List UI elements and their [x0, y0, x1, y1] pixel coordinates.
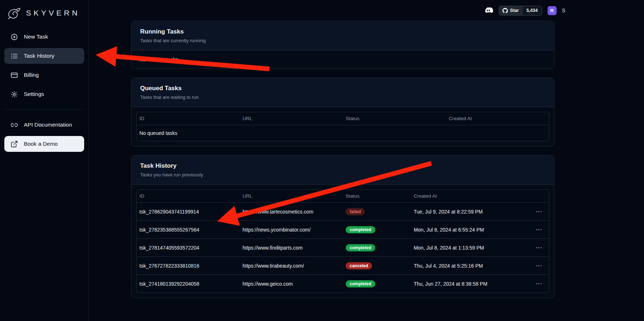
- task-id-cell: tsk_278147405593572204: [137, 239, 240, 257]
- book-a-demo-button[interactable]: Book a Demo: [4, 136, 84, 152]
- table-header-row: ID URL Status Created At: [137, 112, 549, 125]
- card-title: Running Tasks: [140, 28, 545, 35]
- queued-tasks-card: Queued Tasks Tasks that are waiting to r…: [131, 78, 554, 146]
- task-created-cell: Tue, Jul 9, 2024 at 8:22:59 PM: [411, 203, 528, 221]
- column-header-created-at: Created At: [446, 112, 549, 125]
- card-subtitle: Tasks that are waiting to run: [140, 94, 545, 100]
- sidebar-item-label: New Task: [24, 34, 48, 40]
- task-status-cell: failed: [343, 203, 411, 221]
- row-actions-button[interactable]: ⋯: [534, 262, 543, 269]
- main-area: Star 5,434 R S Running Tasks Tasks that …: [89, 0, 644, 321]
- task-id-cell: tsk_278235388555267564: [137, 221, 240, 239]
- card-title: Task History: [140, 162, 545, 170]
- status-badge: failed: [346, 208, 365, 215]
- running-tasks-header: Running Tasks Tasks that are currently r…: [131, 21, 554, 50]
- card-subtitle: Tasks that are currently running: [140, 38, 545, 43]
- task-id-cell: tsk_276727822333810816: [137, 257, 240, 275]
- user-avatar[interactable]: R: [548, 6, 557, 15]
- status-badge: completed: [346, 226, 375, 233]
- app-root: SKYVERN New Task Task History Billing Se…: [0, 0, 644, 321]
- task-history-content: ID URL Status Created At tsk_27862904374…: [131, 185, 554, 298]
- task-url-cell: https://www.geico.com: [240, 275, 343, 293]
- sidebar-item-new-task[interactable]: New Task: [4, 29, 84, 45]
- cutoff-label: S: [562, 8, 565, 13]
- table-row[interactable]: tsk_274180139292204058 https://www.geico…: [137, 275, 549, 293]
- table-row: No queued tasks: [137, 125, 549, 141]
- column-header-id: ID: [137, 190, 240, 203]
- external-link-icon: [10, 140, 18, 148]
- sidebar-item-task-history[interactable]: Task History: [4, 48, 84, 64]
- column-header-id: ID: [137, 112, 240, 125]
- table-row[interactable]: tsk_278147405593572204 https://www.findi…: [137, 239, 549, 257]
- content: Running Tasks Tasks that are currently r…: [131, 21, 554, 298]
- task-actions-cell: ⋯: [528, 221, 549, 239]
- sidebar-item-billing[interactable]: Billing: [4, 67, 84, 83]
- credit-card-icon: [10, 71, 18, 79]
- task-created-cell: Mon, Jul 8, 2024 at 6:55:24 PM: [411, 221, 528, 239]
- task-actions-cell: ⋯: [528, 239, 549, 257]
- task-actions-cell: ⋯: [528, 203, 549, 221]
- task-id-cell: tsk_274180139292204058: [137, 275, 240, 293]
- sidebar-item-label: Billing: [24, 72, 39, 78]
- discord-icon[interactable]: [483, 6, 493, 14]
- gear-icon: [10, 91, 18, 98]
- task-url-cell: https://news.ycombinator.com/: [240, 221, 343, 239]
- sidebar: SKYVERN New Task Task History Billing Se…: [0, 0, 89, 321]
- task-url-cell: https://www.tartecosmetics.com: [240, 203, 343, 221]
- github-star-widget[interactable]: Star 5,434: [499, 6, 542, 16]
- task-history-header: Task History Tasks you have run previous…: [131, 155, 554, 185]
- row-actions-button[interactable]: ⋯: [534, 280, 543, 287]
- row-actions-button[interactable]: ⋯: [534, 244, 543, 251]
- running-tasks-content: No running tasks: [131, 50, 554, 69]
- table-row[interactable]: tsk_278629043741199914 https://www.tarte…: [137, 203, 549, 221]
- running-tasks-card: Running Tasks Tasks that are currently r…: [131, 21, 554, 69]
- row-actions-button[interactable]: ⋯: [534, 226, 543, 233]
- list-icon: [10, 52, 18, 60]
- table-row[interactable]: tsk_278235388555267564 https://news.ycom…: [137, 221, 549, 239]
- sidebar-item-api-documentation[interactable]: API Documentation: [4, 117, 84, 133]
- running-tasks-empty-message: No running tasks: [131, 50, 554, 69]
- sidebar-item-settings[interactable]: Settings: [4, 86, 84, 102]
- queued-tasks-content: ID URL Status Created At No queued tasks: [131, 107, 554, 146]
- task-history-card: Task History Tasks you have run previous…: [131, 155, 554, 298]
- sidebar-item-label: Book a Demo: [24, 141, 58, 147]
- queued-tasks-table: ID URL Status Created At No queued tasks: [136, 112, 549, 141]
- sidebar-item-label: API Documentation: [24, 122, 72, 128]
- status-badge: completed: [346, 244, 375, 251]
- queued-tasks-empty-message: No queued tasks: [137, 125, 549, 141]
- task-id-cell: tsk_278629043741199914: [137, 203, 240, 221]
- task-created-cell: Thu, Jul 4, 2024 at 5:25:16 PM: [411, 257, 528, 275]
- sidebar-item-label: Settings: [24, 91, 44, 97]
- github-star-count[interactable]: 5,434: [522, 6, 541, 15]
- task-created-cell: Thu, Jun 27, 2024 at 8:38:58 PM: [411, 275, 528, 293]
- sidebar-divider: [5, 109, 83, 110]
- task-url-cell: https://www.finditparts.com: [240, 239, 343, 257]
- skyvern-logo-icon: [7, 6, 22, 20]
- task-status-cell: completed: [343, 221, 411, 239]
- brand-name: SKYVERN: [26, 9, 80, 17]
- column-header-actions: [528, 190, 549, 203]
- github-star-button[interactable]: Star: [499, 6, 522, 15]
- task-url-cell: https://www.tirabeauty.com/: [240, 257, 343, 275]
- status-badge: canceled: [346, 262, 372, 269]
- plus-circle-icon: [10, 33, 18, 41]
- status-badge: completed: [346, 280, 375, 287]
- column-header-status: Status: [343, 190, 411, 203]
- row-actions-button[interactable]: ⋯: [534, 208, 543, 215]
- task-history-table: ID URL Status Created At tsk_27862904374…: [136, 189, 549, 293]
- task-actions-cell: ⋯: [528, 257, 549, 275]
- task-actions-cell: ⋯: [528, 275, 549, 293]
- task-created-cell: Mon, Jul 8, 2024 at 1:13:59 PM: [411, 239, 528, 257]
- column-header-url: URL: [240, 112, 343, 125]
- sidebar-item-label: Task History: [24, 53, 54, 59]
- topbar: Star 5,434 R S: [131, 0, 644, 21]
- card-subtitle: Tasks you have run previously: [140, 172, 545, 177]
- table-row[interactable]: tsk_276727822333810816 https://www.tirab…: [137, 257, 549, 275]
- queued-tasks-header: Queued Tasks Tasks that are waiting to r…: [131, 78, 554, 107]
- column-header-status: Status: [343, 112, 446, 125]
- skyvern-logo: SKYVERN: [4, 5, 84, 29]
- task-history-rows: tsk_278629043741199914 https://www.tarte…: [137, 203, 549, 293]
- github-icon: [502, 8, 508, 13]
- column-header-url: URL: [240, 190, 343, 203]
- link-icon: [10, 121, 18, 129]
